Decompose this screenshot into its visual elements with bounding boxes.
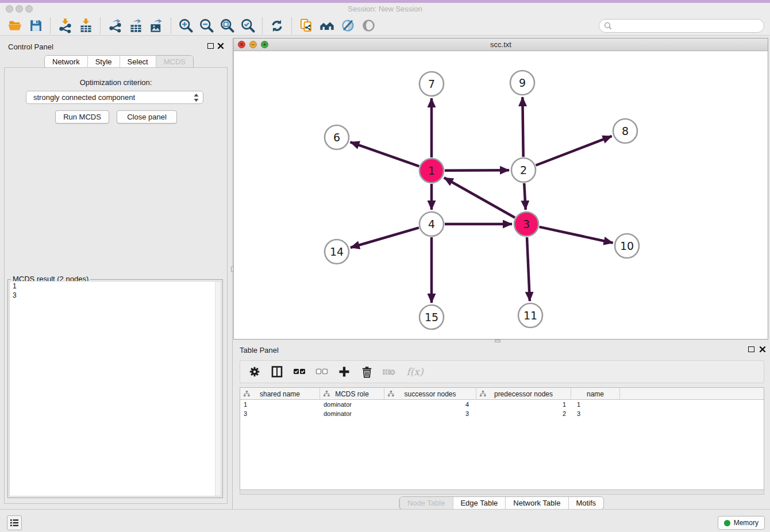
zoom-selected-icon (240, 18, 256, 33)
graph-node-1[interactable]: 1 (419, 159, 444, 183)
network-window-titlebar[interactable]: × − + scc.txt (234, 38, 768, 51)
show-graphics-details-button[interactable] (337, 17, 358, 34)
cell-successor-nodes[interactable]: 4 (384, 400, 476, 409)
graph-edge-3-1[interactable] (444, 178, 515, 217)
cell-successor-nodes[interactable]: 3 (384, 409, 476, 418)
mcds-result-list[interactable]: 13 (9, 281, 221, 496)
graph-node-15[interactable]: 15 (419, 305, 444, 329)
network-canvas[interactable]: 7968124314101511 (234, 51, 768, 339)
delete-columns-button[interactable] (358, 363, 375, 380)
first-neighbors-button[interactable] (317, 17, 337, 34)
attribute-tree-icon (388, 391, 394, 397)
graph-node-2[interactable]: 2 (511, 158, 536, 182)
column-header-mcds-role[interactable]: MCDS role (320, 388, 384, 400)
import-table-button[interactable] (75, 17, 96, 34)
zoom-out-button[interactable] (196, 17, 217, 34)
close-panel-icon[interactable] (217, 43, 224, 49)
export-image-button[interactable] (146, 17, 167, 34)
import-network-button[interactable] (55, 17, 75, 34)
zoom-selected-button[interactable] (237, 17, 258, 34)
trash-icon (360, 365, 374, 379)
float-table-panel-icon[interactable] (748, 346, 754, 352)
tab-style[interactable]: Style (87, 56, 120, 68)
graph-node-6[interactable]: 6 (325, 125, 349, 149)
table-row[interactable]: 1dominator411 (240, 400, 764, 409)
cell-shared-name[interactable]: 1 (240, 400, 320, 409)
cell-shared-name[interactable]: 3 (240, 409, 320, 418)
graph-edge-1-6[interactable] (351, 142, 419, 166)
clone-network-button[interactable] (296, 17, 317, 34)
column-header-label: predecessor nodes (494, 390, 553, 398)
open-session-button[interactable] (5, 17, 25, 34)
graph-node-14[interactable]: 14 (325, 240, 349, 264)
export-network-button[interactable] (105, 17, 125, 34)
table-tab-node-table[interactable]: Node Table (400, 497, 453, 509)
graph-edge-1-2[interactable] (445, 170, 509, 171)
task-list-icon (9, 518, 20, 528)
attribute-tree-icon (480, 391, 486, 397)
zoom-in-button[interactable] (175, 17, 196, 34)
graph-node-8[interactable]: 8 (613, 119, 637, 143)
graph-node-label: 2 (520, 164, 527, 176)
result-scrollbar[interactable] (215, 282, 221, 496)
graph-edge-2-9[interactable] (522, 97, 523, 157)
graph-edge-3-11[interactable] (527, 237, 530, 301)
delete-table-icon (382, 364, 396, 379)
graph-edge-4-14[interactable] (351, 228, 419, 248)
zoom-fit-button[interactable] (217, 17, 237, 34)
cell-name[interactable]: 1 (571, 400, 620, 409)
float-panel-icon[interactable] (207, 43, 214, 49)
table-tab-motifs[interactable]: Motifs (568, 497, 603, 509)
table-row[interactable]: 3dominator323 (240, 409, 764, 418)
save-session-button[interactable] (25, 17, 46, 34)
graph-node-9[interactable]: 9 (510, 71, 534, 95)
tab-select[interactable]: Select (120, 56, 156, 68)
application-window: Session: New Session (0, 0, 770, 532)
close-panel-button[interactable]: Close panel (117, 110, 177, 124)
table-hscrollbar[interactable] (240, 490, 764, 495)
unselect-all-columns-button[interactable] (313, 363, 330, 380)
graph-edge-2-8[interactable] (536, 136, 611, 165)
column-header-name[interactable]: name (571, 388, 620, 400)
search-field[interactable] (599, 19, 764, 33)
graph-edge-3-10[interactable] (539, 227, 613, 243)
search-input[interactable] (613, 21, 764, 30)
column-header-shared-name[interactable]: shared name (240, 388, 320, 400)
close-table-panel-icon[interactable] (759, 346, 766, 353)
table-toolbar: f(x) (240, 360, 764, 383)
export-table-button[interactable] (125, 17, 146, 34)
graph-node-7[interactable]: 7 (419, 72, 444, 96)
graph-node-3[interactable]: 3 (514, 212, 538, 236)
graph-node-11[interactable]: 11 (518, 303, 542, 327)
fx-icon: f(x) (406, 366, 423, 377)
refresh-button[interactable] (267, 17, 287, 34)
create-column-button[interactable] (336, 363, 353, 380)
tab-network[interactable]: Network (45, 56, 87, 68)
birds-eye-view-button[interactable] (358, 17, 379, 34)
cell-mcds-role[interactable]: dominator (320, 400, 384, 409)
column-header-predecessor-nodes[interactable]: predecessor nodes (476, 388, 571, 400)
show-columns-button[interactable] (268, 363, 286, 380)
memory-button[interactable]: Memory (718, 516, 765, 530)
main-titlebar[interactable]: Session: New Session (0, 3, 770, 16)
optimization-criterion-select[interactable]: strongly connected component (26, 91, 203, 104)
main-toolbar (0, 16, 770, 36)
window-title: Session: New Session (0, 5, 770, 13)
horizontal-splitter-handle[interactable] (495, 340, 500, 342)
delete-table-button (380, 363, 398, 380)
select-all-columns-button[interactable] (291, 363, 308, 380)
task-history-button[interactable] (7, 515, 22, 530)
table-settings-button[interactable] (246, 363, 263, 380)
graph-node-10[interactable]: 10 (615, 234, 639, 258)
cell-mcds-role[interactable]: dominator (320, 409, 384, 418)
cell-name[interactable]: 3 (571, 409, 620, 418)
run-mcds-button[interactable]: Run MCDS (55, 110, 109, 124)
cell-predecessor-nodes[interactable]: 1 (476, 400, 571, 409)
table-tab-edge-table[interactable]: Edge Table (452, 497, 505, 509)
graph-node-4[interactable]: 4 (419, 212, 444, 236)
tab-mcds[interactable]: MCDS (156, 56, 193, 68)
cell-predecessor-nodes[interactable]: 2 (476, 409, 571, 418)
table-tab-network-table[interactable]: Network Table (505, 497, 568, 509)
column-header-successor-nodes[interactable]: successor nodes (384, 388, 476, 400)
graph-edge-2-3[interactable] (524, 183, 525, 210)
